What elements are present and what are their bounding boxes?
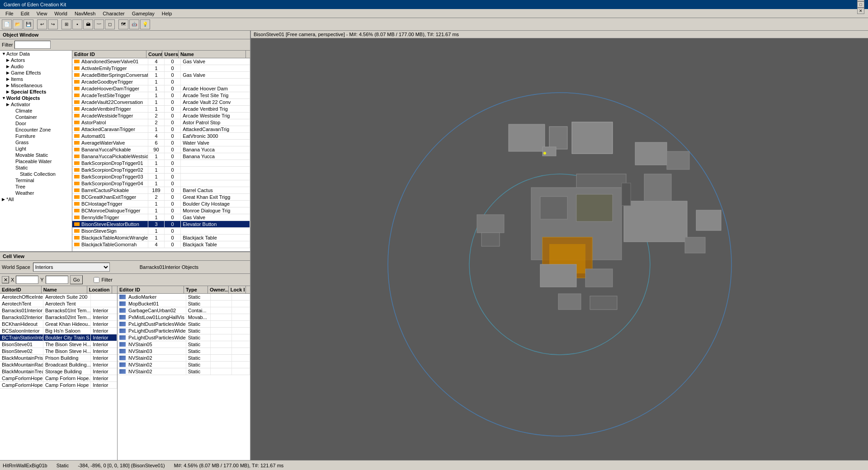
close-button[interactable]: ✕ (857, 8, 864, 14)
cell-obj-header-editorid[interactable]: Editor ID (118, 286, 184, 293)
render-button[interactable]: ▪ (72, 19, 82, 29)
table-row[interactable]: BarrelCactusPickable1890Barrel Cactus (72, 187, 250, 194)
tree-item[interactable]: ▶Miscellaneous (0, 82, 72, 89)
table-row[interactable]: ArcadeHooverDamTrigger10Arcade Hoover Da… (72, 85, 250, 92)
tree-item[interactable]: Terminal (0, 177, 72, 183)
tree-item[interactable]: ▶*All (0, 196, 72, 202)
cell-header-location[interactable]: Location (87, 286, 112, 293)
list-item[interactable]: BlackMountainRadio2Broadcast Building...… (0, 362, 117, 368)
open-button[interactable]: 📂 (13, 19, 23, 29)
list-item[interactable]: PxLightDustParticlesWide02Static (118, 334, 250, 341)
table-row[interactable]: ActivateEmilyTrigger10 (72, 65, 250, 72)
new-button[interactable]: 📄 (2, 19, 12, 29)
tree-item[interactable]: Door (0, 120, 72, 127)
table-row[interactable]: BCMonroeDialogueTrigger10Monroe Dialogue… (72, 207, 250, 214)
header-users[interactable]: Users (162, 51, 178, 58)
table-row[interactable]: ArcadeBitterSpringsConversation10Gas Val… (72, 72, 250, 79)
tree-item[interactable]: ▶Game Effects (0, 70, 72, 76)
list-item[interactable]: BisonSteve01The Bison Steve H...Interior (0, 341, 117, 348)
menu-help[interactable]: Help (158, 10, 176, 17)
table-row[interactable]: BlackjackTableGomorrah40Blackjack Table (72, 241, 250, 248)
table-row[interactable]: ArcadeVault22Conversation10Arcade Vault … (72, 99, 250, 106)
list-item[interactable]: AerotechTentAerotech Tent (0, 301, 117, 307)
list-item[interactable]: CampForlornHope02Camp Forlorn Hope ...In… (0, 382, 117, 389)
table-row[interactable]: AttackedCaravanTrigger10AttackedCaravanT… (72, 126, 250, 133)
table-row[interactable]: AstorPatrol20Astor Patrol Stop (72, 119, 250, 126)
tree-item[interactable]: Tree (0, 183, 72, 190)
table-row[interactable]: BarkScorpionDropTrigger0210 (72, 167, 250, 174)
menu-character[interactable]: Character (99, 10, 128, 17)
world-space-select[interactable]: Interiors Mojave Wasteland (33, 263, 110, 272)
list-item[interactable]: CampForlornHope01Camp Forlorn Hope...Int… (0, 375, 117, 382)
list-item[interactable]: BCTrainStationInteriorBoulder City Train… (0, 334, 117, 341)
list-item[interactable]: BisonSteve02The Bison Steve H...Interior (0, 348, 117, 355)
tree-item[interactable]: Container (0, 114, 72, 120)
table-row[interactable]: BananaYuccaPickableWestside10Banana Yucc… (72, 153, 250, 160)
list-item[interactable]: AudioMarkerStatic (118, 294, 250, 301)
table-row[interactable]: Automat0140EatVtronic 3000 (72, 133, 250, 140)
tree-item[interactable]: Climate (0, 108, 72, 114)
land-button[interactable]: 🏔 (83, 19, 93, 29)
redo-button[interactable]: ↪ (48, 19, 58, 29)
list-item[interactable]: BlackMountainTreas...Storage BuildingInt… (0, 368, 117, 375)
tree-item[interactable]: Movable Static (0, 152, 72, 158)
filter-input[interactable] (14, 41, 51, 49)
header-count[interactable]: Count (146, 51, 162, 58)
filter-checkbox[interactable] (94, 277, 99, 283)
table-row[interactable]: ArcadeTestSiteTrigger10Arcade Test Site … (72, 92, 250, 99)
list-item[interactable]: BlackMountainPrisonPrison BuildingInteri… (0, 355, 117, 362)
water-button[interactable]: 〰 (94, 19, 104, 29)
list-item[interactable]: BCSaloonInteriorBig Hs'n SaloonInterior (0, 328, 117, 334)
grid-button[interactable]: ⊞ (61, 19, 71, 29)
table-row[interactable]: ArcadeWestsideTrigger20Arcade Westside T… (72, 113, 250, 119)
y-input[interactable] (46, 276, 68, 284)
menu-gameplay[interactable]: Gameplay (128, 10, 158, 17)
table-row[interactable]: ArcadeGoodbyeTrigger10 (72, 79, 250, 85)
list-item[interactable]: BCKhanHideoutGreat Khan Hideou...Interio… (0, 321, 117, 328)
table-row[interactable]: BarkScorpionDropTrigger0110 (72, 160, 250, 167)
list-item[interactable]: PxMistLow01LongHallVisMovab... (118, 314, 250, 321)
tree-item[interactable]: ▶Activator (0, 101, 72, 108)
tree-item[interactable]: ▶Audio (0, 63, 72, 70)
tree-item[interactable]: Static Collection (0, 171, 72, 177)
tree-item[interactable]: Furniture (0, 133, 72, 139)
x-input[interactable] (16, 276, 38, 284)
table-row[interactable]: BarkScorpionDropTrigger0410 (72, 180, 250, 187)
cell-header-editorid[interactable]: EditorID (0, 286, 42, 293)
list-item[interactable]: GarbageCanUrban02Contai... (118, 307, 250, 314)
list-item[interactable]: NVStain02Static (118, 355, 250, 362)
table-row[interactable]: AbandonedSewerValve0140Gas Valve (72, 58, 250, 65)
tree-item[interactable]: ▶Actors (0, 57, 72, 63)
list-item[interactable]: PxLightDustParticlesWide02Static (118, 328, 250, 334)
tree-item[interactable]: Light (0, 146, 72, 152)
menu-view[interactable]: View (33, 10, 51, 17)
table-row[interactable]: BarkScorpionDropTrigger0310 (72, 174, 250, 180)
collision-button[interactable]: ◻ (105, 19, 115, 29)
list-item[interactable]: MopBucket01Static (118, 301, 250, 307)
menu-navmesh[interactable]: NavMesh (71, 10, 99, 17)
tree-item[interactable]: ▶Special Effects (0, 89, 72, 95)
list-item[interactable]: Barracks01InteriorBarracks01Int Tem...In… (0, 307, 117, 314)
cell-obj-header-lock[interactable]: Lock I ▲ (229, 286, 246, 293)
table-row[interactable]: BlackjackTableAtomicWrangler10Blackjack … (72, 235, 250, 241)
path-button[interactable]: 🗺 (118, 19, 128, 29)
header-name[interactable]: Name (179, 51, 246, 58)
table-row[interactable]: BisonSteveElevatorButton30Elevator Butto… (72, 221, 250, 228)
table-row[interactable]: AverageWaterValve60Water Valve (72, 140, 250, 146)
tree-item[interactable]: Placeable Water (0, 158, 72, 164)
menu-file[interactable]: File (2, 10, 17, 17)
table-row[interactable]: BCGreatKhanExitTrigger20Great Khan Exit … (72, 194, 250, 201)
cell-obj-header-type[interactable]: Type (184, 286, 208, 293)
list-item[interactable]: Barracks02InteriorBarracks02Int Tem...In… (0, 314, 117, 321)
table-row[interactable]: ArcadeVentbirdTrigger10Arcade Ventbird T… (72, 106, 250, 113)
table-row[interactable]: BananaYuccaPickable900Banana Yucca (72, 146, 250, 153)
list-item[interactable]: NVStain02Static (118, 362, 250, 368)
x-btn[interactable]: ✕ (2, 276, 9, 283)
menu-world[interactable]: World (51, 10, 71, 17)
tree-item[interactable]: ▼World Objects (0, 95, 72, 101)
tree-item[interactable]: Encounter Zone (0, 127, 72, 133)
ai-button[interactable]: 🤖 (129, 19, 139, 29)
light-button[interactable]: 💡 (140, 19, 150, 29)
header-editorid[interactable]: Editor ID (72, 51, 146, 58)
list-item[interactable]: NVStain03Static (118, 348, 250, 355)
